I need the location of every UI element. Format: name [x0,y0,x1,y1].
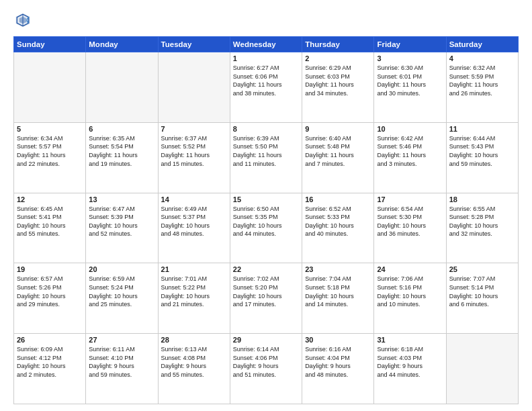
calendar-cell [446,334,518,404]
day-number: 25 [449,265,515,273]
calendar-cell: 9Sunrise: 6:40 AM Sunset: 5:48 PM Daylig… [302,122,374,193]
page: SundayMondayTuesdayWednesdayThursdayFrid… [0,0,532,411]
day-info: Sunrise: 6:50 AM Sunset: 5:35 PM Dayligh… [233,205,299,238]
week-row-5: 26Sunrise: 6:09 AM Sunset: 4:12 PM Dayli… [14,334,519,404]
day-info: Sunrise: 6:39 AM Sunset: 5:50 PM Dayligh… [233,134,299,168]
calendar-cell: 2Sunrise: 6:29 AM Sunset: 6:03 PM Daylig… [302,52,374,123]
calendar-table: SundayMondayTuesdayWednesdayThursdayFrid… [13,36,519,404]
day-info: Sunrise: 6:49 AM Sunset: 5:37 PM Dayligh… [161,205,227,238]
day-number: 30 [305,336,371,344]
day-number: 27 [89,336,154,344]
day-info: Sunrise: 6:52 AM Sunset: 5:33 PM Dayligh… [305,205,371,238]
calendar-cell: 4Sunrise: 6:32 AM Sunset: 5:59 PM Daylig… [446,52,518,123]
day-number: 22 [233,265,299,273]
weekday-header-tuesday: Tuesday [158,37,230,52]
calendar-cell: 12Sunrise: 6:45 AM Sunset: 5:41 PM Dayli… [14,193,86,263]
calendar-cell: 1Sunrise: 6:27 AM Sunset: 6:06 PM Daylig… [230,52,302,123]
calendar-cell: 7Sunrise: 6:37 AM Sunset: 5:52 PM Daylig… [158,122,230,193]
day-info: Sunrise: 6:37 AM Sunset: 5:52 PM Dayligh… [161,134,227,168]
calendar-cell: 20Sunrise: 6:59 AM Sunset: 5:24 PM Dayli… [86,263,158,334]
weekday-header-friday: Friday [374,37,446,52]
calendar-cell: 29Sunrise: 6:14 AM Sunset: 4:06 PM Dayli… [230,334,302,404]
day-info: Sunrise: 6:59 AM Sunset: 5:24 PM Dayligh… [89,275,154,308]
day-info: Sunrise: 6:18 AM Sunset: 4:03 PM Dayligh… [377,345,443,379]
day-info: Sunrise: 6:55 AM Sunset: 5:28 PM Dayligh… [449,205,515,238]
day-number: 5 [17,125,83,133]
calendar-cell: 31Sunrise: 6:18 AM Sunset: 4:03 PM Dayli… [374,334,446,404]
calendar-cell: 25Sunrise: 7:07 AM Sunset: 5:14 PM Dayli… [446,263,518,334]
calendar-cell: 17Sunrise: 6:54 AM Sunset: 5:30 PM Dayli… [374,193,446,263]
day-info: Sunrise: 6:35 AM Sunset: 5:54 PM Dayligh… [89,134,154,168]
day-number: 15 [233,195,299,203]
calendar-cell: 13Sunrise: 6:47 AM Sunset: 5:39 PM Dayli… [86,193,158,263]
weekday-header-wednesday: Wednesday [230,37,302,52]
calendar-cell: 10Sunrise: 6:42 AM Sunset: 5:46 PM Dayli… [374,122,446,193]
day-number: 21 [161,265,227,273]
calendar-cell: 14Sunrise: 6:49 AM Sunset: 5:37 PM Dayli… [158,193,230,263]
day-info: Sunrise: 6:34 AM Sunset: 5:57 PM Dayligh… [17,134,83,168]
day-number: 26 [17,336,83,344]
day-number: 8 [233,125,299,133]
day-info: Sunrise: 7:01 AM Sunset: 5:22 PM Dayligh… [161,275,227,308]
day-number: 31 [377,336,443,344]
day-info: Sunrise: 7:02 AM Sunset: 5:20 PM Dayligh… [233,275,299,308]
day-number: 13 [89,195,154,203]
day-number: 16 [305,195,371,203]
calendar-cell: 3Sunrise: 6:30 AM Sunset: 6:01 PM Daylig… [374,52,446,123]
calendar-cell [14,52,86,123]
day-info: Sunrise: 6:57 AM Sunset: 5:26 PM Dayligh… [17,275,83,308]
calendar-cell: 19Sunrise: 6:57 AM Sunset: 5:26 PM Dayli… [14,263,86,334]
day-info: Sunrise: 6:42 AM Sunset: 5:46 PM Dayligh… [377,134,443,168]
day-info: Sunrise: 7:04 AM Sunset: 5:18 PM Dayligh… [305,275,371,308]
day-info: Sunrise: 6:45 AM Sunset: 5:41 PM Dayligh… [17,205,83,238]
day-number: 2 [305,54,371,62]
weekday-header-monday: Monday [86,37,158,52]
weekday-header-row: SundayMondayTuesdayWednesdayThursdayFrid… [14,37,519,52]
day-info: Sunrise: 7:07 AM Sunset: 5:14 PM Dayligh… [449,275,515,308]
day-info: Sunrise: 6:29 AM Sunset: 6:03 PM Dayligh… [305,64,371,97]
calendar-cell: 23Sunrise: 7:04 AM Sunset: 5:18 PM Dayli… [302,263,374,334]
day-info: Sunrise: 6:44 AM Sunset: 5:43 PM Dayligh… [449,134,515,168]
calendar-cell: 16Sunrise: 6:52 AM Sunset: 5:33 PM Dayli… [302,193,374,263]
day-number: 4 [449,54,515,62]
day-number: 12 [17,195,83,203]
calendar-cell: 21Sunrise: 7:01 AM Sunset: 5:22 PM Dayli… [158,263,230,334]
day-number: 17 [377,195,443,203]
day-info: Sunrise: 6:54 AM Sunset: 5:30 PM Dayligh… [377,205,443,238]
calendar-cell: 11Sunrise: 6:44 AM Sunset: 5:43 PM Dayli… [446,122,518,193]
calendar-cell: 24Sunrise: 7:06 AM Sunset: 5:16 PM Dayli… [374,263,446,334]
day-number: 10 [377,125,443,133]
day-number: 3 [377,54,443,62]
day-info: Sunrise: 6:47 AM Sunset: 5:39 PM Dayligh… [89,205,154,238]
day-info: Sunrise: 6:14 AM Sunset: 4:06 PM Dayligh… [233,345,299,379]
day-number: 9 [305,125,371,133]
day-number: 19 [17,265,83,273]
calendar-cell: 8Sunrise: 6:39 AM Sunset: 5:50 PM Daylig… [230,122,302,193]
calendar-cell [158,52,230,123]
weekday-header-saturday: Saturday [446,37,518,52]
day-number: 28 [161,336,227,344]
logo-icon [13,11,32,30]
day-number: 24 [377,265,443,273]
day-number: 1 [233,54,299,62]
day-number: 14 [161,195,227,203]
logo [13,11,35,30]
calendar-cell [86,52,158,123]
day-number: 29 [233,336,299,344]
day-number: 6 [89,125,154,133]
calendar-cell: 26Sunrise: 6:09 AM Sunset: 4:12 PM Dayli… [14,334,86,404]
day-number: 18 [449,195,515,203]
week-row-3: 12Sunrise: 6:45 AM Sunset: 5:41 PM Dayli… [14,193,519,263]
calendar-cell: 27Sunrise: 6:11 AM Sunset: 4:10 PM Dayli… [86,334,158,404]
day-info: Sunrise: 6:27 AM Sunset: 6:06 PM Dayligh… [233,64,299,97]
day-number: 7 [161,125,227,133]
day-number: 23 [305,265,371,273]
day-number: 20 [89,265,154,273]
day-info: Sunrise: 6:32 AM Sunset: 5:59 PM Dayligh… [449,64,515,97]
calendar-cell: 28Sunrise: 6:13 AM Sunset: 4:08 PM Dayli… [158,334,230,404]
calendar-cell: 6Sunrise: 6:35 AM Sunset: 5:54 PM Daylig… [86,122,158,193]
calendar-cell: 15Sunrise: 6:50 AM Sunset: 5:35 PM Dayli… [230,193,302,263]
week-row-4: 19Sunrise: 6:57 AM Sunset: 5:26 PM Dayli… [14,263,519,334]
day-info: Sunrise: 6:16 AM Sunset: 4:04 PM Dayligh… [305,345,371,379]
week-row-2: 5Sunrise: 6:34 AM Sunset: 5:57 PM Daylig… [14,122,519,193]
